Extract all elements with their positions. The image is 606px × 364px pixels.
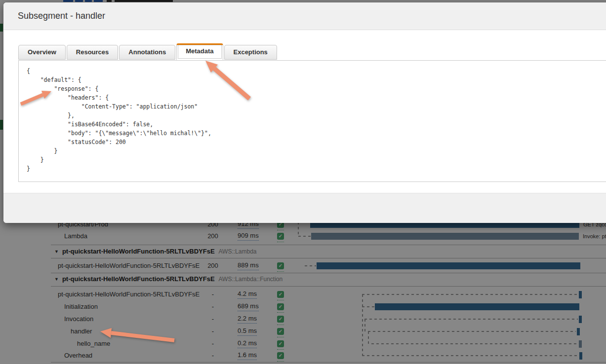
- modal-header: Subsegment - handler: [3, 2, 606, 30]
- subsegment-modal: Subsegment - handler OverviewResourcesAn…: [3, 2, 606, 223]
- metadata-json-viewer: { "default": { "response": { "headers": …: [18, 60, 606, 182]
- modal-tab-bar: OverviewResourcesAnnotationsMetadataExce…: [18, 43, 278, 61]
- tab-resources[interactable]: Resources: [67, 45, 118, 60]
- metadata-json-content: { "default": { "response": { "headers": …: [19, 61, 606, 173]
- xray-trace-page: pt-quickstart/Prod200912 ms✓GET zqcoLamb…: [0, 0, 606, 364]
- modal-footer: [3, 193, 606, 223]
- tab-overview[interactable]: Overview: [18, 45, 66, 60]
- tab-annotations[interactable]: Annotations: [119, 45, 175, 60]
- tab-exceptions[interactable]: Exceptions: [224, 45, 277, 60]
- tab-metadata[interactable]: Metadata: [176, 43, 223, 60]
- modal-title: Subsegment - handler: [18, 11, 105, 21]
